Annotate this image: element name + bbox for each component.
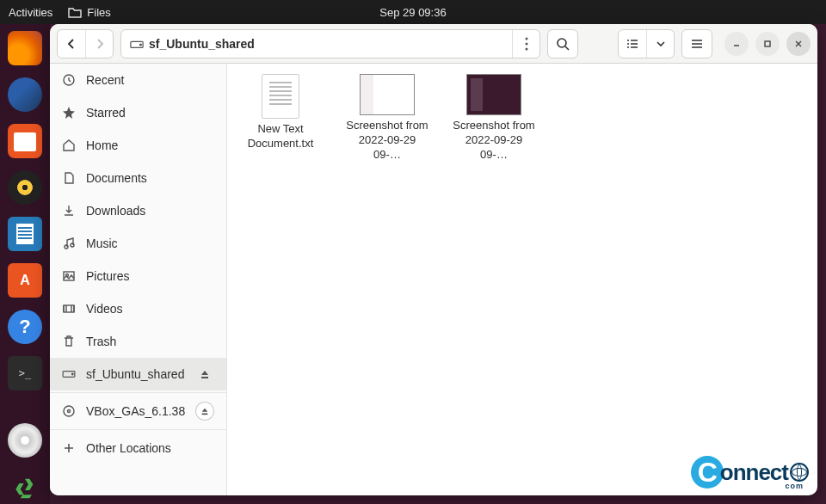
file-label: New Text Document.txt	[237, 122, 324, 151]
sidebar-home[interactable]: Home	[50, 129, 226, 162]
sidebar-shared-folder[interactable]: sf_Ubuntu_shared	[50, 358, 226, 390]
globe-icon	[790, 463, 809, 482]
sidebar-label: Documents	[86, 171, 147, 185]
sidebar-label: Music	[86, 237, 118, 250]
hamburger-menu-button[interactable]	[681, 29, 712, 58]
svg-point-5	[558, 39, 566, 47]
home-icon	[62, 138, 76, 152]
svg-point-14	[71, 373, 73, 375]
sidebar-label: Starred	[86, 106, 126, 120]
path-bar[interactable]: sf_Ubuntu_shared	[120, 29, 540, 58]
minimize-icon	[731, 39, 742, 49]
forward-button[interactable]	[85, 30, 113, 58]
sidebar: Recent Starred Home Documents Downloads …	[50, 64, 227, 495]
sidebar-documents[interactable]: Documents	[50, 162, 226, 194]
file-text-document[interactable]: New Text Document.txt	[237, 74, 324, 151]
toolbar: sf_Ubuntu_shared	[50, 24, 817, 64]
sidebar-vbox-disc[interactable]: VBox_GAs_6.1.38	[50, 395, 226, 427]
sidebar-recent[interactable]: Recent	[50, 64, 226, 96]
sidebar-label: Pictures	[86, 269, 130, 283]
sidebar-label: Downloads	[86, 204, 145, 218]
videos-icon	[62, 302, 76, 316]
topbar-app-indicator[interactable]: Files	[68, 6, 110, 19]
sidebar-label: Videos	[86, 302, 123, 316]
svg-point-16	[68, 410, 71, 413]
sidebar-label: sf_Ubuntu_shared	[86, 367, 184, 381]
sidebar-music[interactable]: Music	[50, 227, 226, 260]
eject-button[interactable]	[195, 402, 214, 421]
maximize-button[interactable]	[755, 32, 780, 56]
sidebar-label: Trash	[86, 335, 116, 348]
kebab-icon	[525, 37, 528, 51]
svg-point-4	[525, 47, 527, 50]
watermark-logo: C onnect com	[691, 456, 809, 489]
sidebar-label: VBox_GAs_6.1.38	[86, 404, 185, 418]
sidebar-downloads[interactable]: Downloads	[50, 194, 226, 227]
dock: ?	[0, 24, 50, 504]
activities-button[interactable]: Activities	[9, 6, 52, 19]
topbar-app-label: Files	[87, 6, 110, 19]
back-button[interactable]	[58, 30, 85, 58]
top-bar: Activities Files Sep 29 09:36	[0, 0, 826, 24]
sidebar-trash[interactable]: Trash	[50, 325, 226, 358]
nav-buttons	[57, 29, 114, 58]
dock-thunderbird[interactable]	[8, 77, 42, 112]
sidebar-starred[interactable]: Starred	[50, 96, 226, 129]
view-switcher	[618, 29, 675, 58]
dock-files[interactable]	[8, 124, 42, 158]
minimize-button[interactable]	[724, 32, 749, 56]
separator	[50, 392, 226, 393]
dock-ubuntu-software[interactable]	[8, 263, 42, 298]
dock-help[interactable]: ?	[8, 310, 42, 344]
dock-libreoffice-writer[interactable]	[8, 217, 42, 251]
file-screenshot-2[interactable]: Screenshot from 2022-09-29 09-…	[451, 74, 537, 163]
file-label: Screenshot from 2022-09-29 09-…	[344, 119, 430, 163]
list-icon	[626, 38, 639, 50]
path-segment[interactable]: sf_Ubuntu_shared	[121, 30, 263, 58]
path-label: sf_Ubuntu_shared	[149, 37, 255, 51]
topbar-datetime[interactable]: Sep 29 09:36	[379, 6, 446, 19]
clock-icon	[62, 73, 76, 87]
dock-mounted-disc[interactable]	[8, 423, 42, 458]
eject-icon	[200, 407, 209, 415]
path-more-button[interactable]	[512, 30, 539, 58]
eject-button[interactable]	[195, 365, 214, 384]
view-options-button[interactable]	[646, 30, 674, 58]
search-button[interactable]	[547, 29, 578, 58]
dock-rhythmbox[interactable]	[8, 170, 42, 205]
sidebar-label: Home	[86, 138, 118, 152]
file-screenshot-1[interactable]: Screenshot from 2022-09-29 09-…	[344, 74, 430, 163]
eject-icon	[200, 369, 210, 379]
folder-icon	[68, 6, 82, 18]
window-controls	[724, 32, 811, 56]
star-icon	[62, 106, 76, 120]
watermark-text: onnect	[720, 459, 788, 486]
svg-rect-12	[64, 305, 74, 312]
svg-point-2	[525, 37, 527, 40]
sidebar-label: Other Locations	[86, 441, 171, 455]
plus-icon	[62, 442, 76, 454]
activities-label: Activities	[9, 6, 52, 19]
separator	[50, 429, 226, 430]
drive-icon	[62, 369, 76, 379]
dock-terminal[interactable]	[8, 356, 42, 390]
drive-icon	[130, 38, 144, 50]
search-icon	[556, 37, 570, 51]
screenshot-thumbnail	[360, 74, 415, 115]
icon-view-button[interactable]	[619, 30, 646, 58]
svg-point-15	[64, 406, 74, 416]
chevron-down-icon	[656, 40, 666, 48]
documents-icon	[62, 171, 76, 185]
sidebar-label: Recent	[86, 73, 124, 87]
sidebar-other-locations[interactable]: Other Locations	[50, 432, 226, 464]
file-grid[interactable]: New Text Document.txt Screenshot from 20…	[227, 64, 817, 495]
close-button[interactable]	[786, 32, 811, 56]
dock-trash[interactable]	[8, 470, 42, 504]
pictures-icon	[62, 269, 76, 283]
dock-firefox[interactable]	[8, 31, 42, 65]
trash-icon	[62, 335, 76, 348]
sidebar-pictures[interactable]: Pictures	[50, 260, 226, 292]
svg-point-3	[525, 42, 527, 45]
chevron-left-icon	[66, 38, 77, 50]
sidebar-videos[interactable]: Videos	[50, 292, 226, 325]
